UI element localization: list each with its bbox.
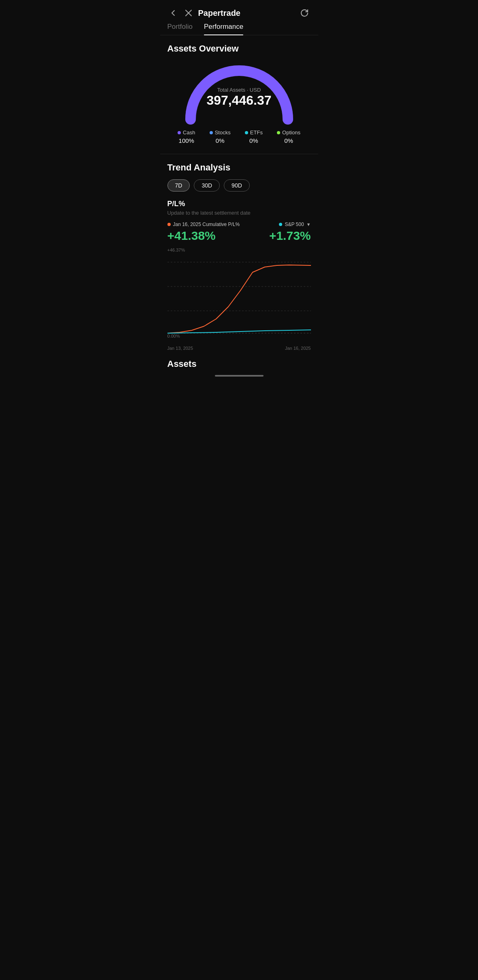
pl-title: P/L% (167, 200, 311, 208)
etfs-label: ETFs (250, 129, 263, 136)
pl-left-indicator: Jan 16, 2025 Cumulative P/L% (167, 222, 240, 227)
chart-container: +46.37% 0.00% Jan 13, 2025 Jan 16, 2025 (160, 248, 318, 351)
time-buttons: 7D 30D 90D (167, 179, 311, 192)
refresh-button[interactable] (298, 6, 311, 19)
pl-subtitle: Update to the latest settlement date (167, 210, 311, 216)
stocks-dot (210, 131, 213, 134)
gauge-center: Total Assets · USD 397,446.37 (206, 87, 271, 108)
gauge-value: 397,446.37 (206, 93, 271, 108)
assets-bottom-section: Assets (160, 351, 318, 369)
chart-top-label: +46.37% (167, 248, 311, 252)
pl-right-dot (279, 223, 282, 226)
btn-90d[interactable]: 90D (224, 179, 250, 192)
bottom-indicator (160, 369, 318, 381)
pl-left-value: +41.38% (167, 229, 240, 243)
cash-pct: 100% (179, 137, 194, 144)
home-indicator (215, 375, 264, 377)
btn-7d[interactable]: 7D (167, 179, 190, 192)
cash-dot (178, 131, 181, 134)
gauge-container: Total Assets · USD 397,446.37 Cash 100% … (160, 60, 318, 144)
chart-end-date: Jan 16, 2025 (285, 346, 311, 351)
btn-30d[interactable]: 30D (194, 179, 220, 192)
pl-left: Jan 16, 2025 Cumulative P/L% +41.38% (167, 222, 240, 243)
pl-left-label: Jan 16, 2025 Cumulative P/L% (173, 222, 240, 227)
trend-analysis-section: Trend Analysis 7D 30D 90D (160, 162, 318, 192)
legend-stocks: Stocks 0% (210, 129, 231, 144)
chart-area: 0.00% (167, 254, 311, 343)
options-pct: 0% (284, 137, 293, 144)
chart-start-date: Jan 13, 2025 (167, 346, 193, 351)
pl-metrics: Jan 16, 2025 Cumulative P/L% +41.38% S&P… (167, 222, 311, 243)
legend-cash: Cash 100% (178, 129, 195, 144)
pl-right: S&P 500 ▼ +1.73% (269, 222, 311, 243)
pl-left-dot (167, 223, 171, 226)
assets-overview-title: Assets Overview (160, 43, 318, 54)
pl-right-label: S&P 500 (285, 222, 304, 227)
back-icon[interactable] (167, 7, 179, 19)
sp500-dropdown-icon[interactable]: ▼ (307, 222, 311, 227)
legend-options: Options 0% (277, 129, 300, 144)
divider (160, 154, 318, 154)
gauge-chart: Total Assets · USD 397,446.37 (182, 60, 296, 121)
pl-right-indicator: S&P 500 ▼ (279, 222, 311, 227)
chart-zero-label: 0.00% (167, 334, 180, 338)
etfs-pct: 0% (249, 137, 258, 144)
app-title: Papertrade (198, 9, 241, 18)
gauge-label: Total Assets · USD (206, 87, 271, 93)
cash-label: Cash (183, 129, 195, 136)
pl-section: P/L% Update to the latest settlement dat… (160, 200, 318, 243)
stocks-pct: 0% (216, 137, 225, 144)
legend-etfs: ETFs 0% (245, 129, 263, 144)
tab-performance[interactable]: Performance (204, 23, 243, 35)
asset-legend: Cash 100% Stocks 0% ETFs 0% Options 0% (167, 129, 311, 144)
options-label: Options (282, 129, 300, 136)
etfs-dot (245, 131, 248, 134)
header-left: Papertrade (167, 7, 241, 19)
tabs: Portfolio Performance (160, 23, 318, 35)
assets-bottom-title: Assets (167, 359, 311, 369)
pl-right-value: +1.73% (269, 229, 311, 243)
chart-bottom-labels: Jan 13, 2025 Jan 16, 2025 (167, 346, 311, 351)
options-dot (277, 131, 280, 134)
tab-portfolio[interactable]: Portfolio (167, 23, 193, 35)
trend-title: Trend Analysis (167, 162, 311, 173)
header: Papertrade (160, 0, 318, 23)
stocks-label: Stocks (215, 129, 231, 136)
close-icon[interactable] (183, 7, 194, 19)
